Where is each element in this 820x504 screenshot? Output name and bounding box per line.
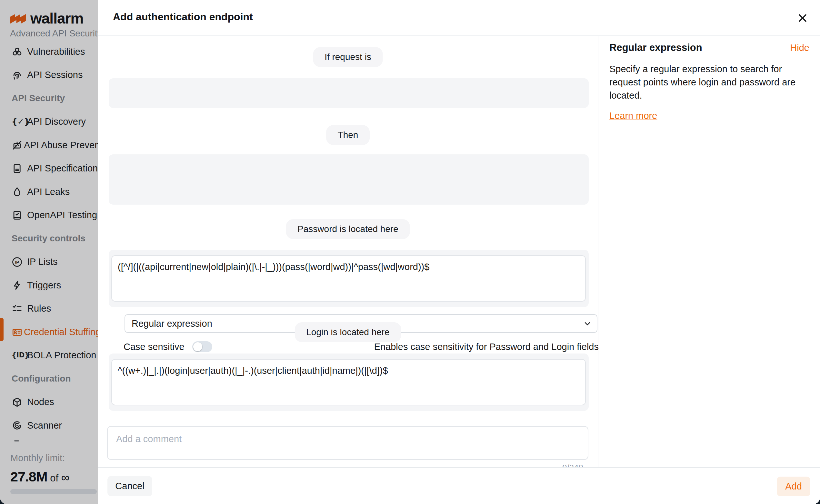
case-sensitive-hint: Enables case sensitivity for Password an… [374, 342, 599, 352]
sidebar-item-label: API Specification [26, 163, 98, 174]
sidebar-item-nodes[interactable]: Nodes [0, 391, 98, 414]
sidebar-item-triggers[interactable]: Triggers [0, 274, 98, 297]
sidebar-section-api-security: API Security [0, 87, 98, 110]
sidebar-item-label: IP Lists [26, 257, 58, 267]
sidebar-item-label: API Discovery [26, 116, 86, 127]
hexagon-icon [12, 397, 26, 408]
sidebar-item-label: Rules [26, 303, 51, 314]
svg-text:IP: IP [15, 260, 19, 265]
condition-container: — /**/{{login|auth}}.* [109, 78, 589, 108]
id-card-icon [12, 326, 23, 337]
monthly-limit-label: Monthly limit: [10, 453, 65, 463]
add-auth-endpoint-modal: Add authentication endpoint If request i… [98, 0, 820, 504]
sidebar-item-label: Scanner [26, 420, 62, 431]
infinity-symbol: ∞ [61, 471, 70, 484]
cancel-button[interactable]: Cancel [107, 476, 152, 496]
radar-icon [12, 420, 26, 431]
braces-check-icon: {✓} [12, 118, 26, 126]
sidebar-item-api-sessions[interactable]: API Sessions [0, 63, 98, 87]
password-location-pill: Password is located here [286, 219, 410, 239]
droplet-icon [12, 186, 26, 197]
sidebar-item-api-discovery[interactable]: {✓}API Discovery [0, 110, 98, 134]
sidebar-item-label: OpenAPI Testing [26, 210, 97, 220]
brand-name: wallarm [30, 10, 83, 27]
sidebar-item-label: API Sessions [26, 70, 83, 80]
sidebar-item-label: Vulnerabilities [26, 46, 85, 57]
help-panel-divider [598, 36, 598, 467]
login-regex-container: ^((w+.)|_|.|)(login|user|auth)(|_|-.)(us… [109, 354, 589, 411]
help-description: Specify a regular expression to search f… [609, 63, 803, 102]
modal-content: If request is — /**/{{login|auth}}.* [98, 0, 598, 467]
collapsed-item-dash [14, 440, 19, 441]
wallarm-logo-icon [10, 12, 26, 25]
document-icon [12, 163, 26, 174]
sidebar: wallarm Advanced API Security Vulnerabil… [0, 0, 98, 504]
active-item-indicator [0, 318, 4, 341]
password-regex-container: ([^/](|((api|current|new|old|plain)(|\.|… [109, 250, 589, 307]
modal-footer: Cancel Add [98, 467, 820, 504]
sidebar-item-vulnerabilities[interactable]: Vulnerabilities [0, 40, 98, 63]
sidebar-item-ip-lists[interactable]: IPIP Lists [0, 250, 98, 274]
sidebar-item-scanner[interactable]: Scanner [0, 414, 98, 437]
robot-off-icon [12, 140, 23, 150]
monthly-limit-progressbar [10, 489, 97, 494]
add-button[interactable]: Add [777, 477, 810, 496]
ip-circle-icon: IP [12, 257, 26, 267]
brand: wallarm [10, 10, 83, 27]
comment-input[interactable] [107, 426, 588, 460]
sidebar-item-credential-stuffing[interactable]: Credential Stuffing [0, 320, 98, 344]
sidebar-menu: VulnerabilitiesAPI SessionsAPI Security{… [0, 40, 98, 437]
app-window: wallarm Advanced API Security Vulnerabil… [0, 0, 820, 504]
sidebar-item-api-specification[interactable]: API Specification [0, 157, 98, 180]
lightning-icon [12, 280, 26, 291]
case-sensitive-toggle[interactable] [192, 341, 212, 352]
case-sensitive-label: Case sensitive [123, 342, 184, 352]
sidebar-item-label: API Abuse Prevention [23, 140, 98, 150]
sidebar-section-configuration: Configuration [0, 367, 98, 391]
password-regex-input[interactable]: ([^/](|((api|current|new|old|plain)(|\.|… [111, 255, 586, 302]
sidebar-item-label: Credential Stuffing [23, 327, 98, 337]
fingerprint-icon [12, 70, 26, 81]
sidebar-item-rules[interactable]: Rules [0, 297, 98, 321]
sidebar-item-bola-protection[interactable]: {ID}BOLA Protection [0, 344, 98, 367]
sidebar-item-api-abuse-prevention[interactable]: API Abuse Prevention [0, 133, 98, 157]
monthly-limit-value: 27.8M of ∞ [10, 469, 69, 485]
help-panel: Regular expression Hide Specify a regula… [609, 42, 809, 121]
login-regex-input[interactable]: ^((w+.)|_|.|)(login|user|auth)(|_|-.)(us… [111, 359, 586, 405]
braces-id-icon: {ID} [12, 352, 26, 359]
brand-subtitle: Advanced API Security [10, 28, 98, 39]
sidebar-item-label: BOLA Protection [26, 350, 96, 361]
hide-link[interactable]: Hide [790, 43, 809, 53]
biohazard-icon [12, 46, 26, 57]
learn-more-link[interactable]: Learn more [609, 111, 657, 121]
help-panel-title: Regular expression [609, 42, 809, 53]
checklist-icon [12, 303, 26, 314]
action-container: Regular expression Case sensitive Enable… [109, 154, 589, 205]
then-pill: Then [326, 125, 370, 145]
sidebar-item-label: Nodes [26, 397, 54, 407]
sidebar-section-security-controls: Security controls [0, 227, 98, 250]
sidebar-item-label: Triggers [26, 280, 61, 291]
chevron-down-icon [584, 322, 590, 325]
sidebar-item-label: API Leaks [26, 187, 70, 197]
book-check-icon [12, 210, 26, 221]
login-location-pill: Login is located here [295, 322, 401, 342]
close-icon[interactable] [797, 12, 808, 24]
sidebar-item-api-leaks[interactable]: API Leaks [0, 180, 98, 204]
sidebar-item-openapi-testing[interactable]: OpenAPI Testing [0, 204, 98, 227]
if-request-is-pill: If request is [313, 47, 383, 67]
